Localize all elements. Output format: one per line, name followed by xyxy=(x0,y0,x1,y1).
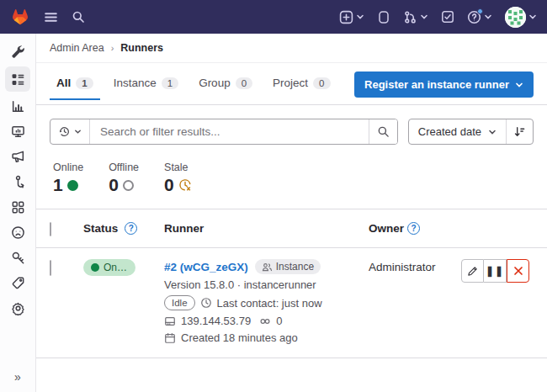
online-count: 1 xyxy=(53,175,63,195)
instance-type-badge: Instance xyxy=(255,259,321,274)
sidebar-item-analytics[interactable] xyxy=(5,96,30,117)
chevron-down-icon xyxy=(420,13,428,21)
stale-count: 0 xyxy=(164,175,174,195)
sidebar-item-system-hooks[interactable] xyxy=(5,172,30,193)
breadcrumb-separator: › xyxy=(111,43,114,53)
tab-project[interactable]: Project 0 xyxy=(266,72,337,99)
runner-stats: Online 1 Offline 0 Stale 0 xyxy=(36,146,547,209)
created-text: Created 18 minutes ago xyxy=(181,331,298,344)
sort-by-dropdown[interactable]: Created date xyxy=(409,119,506,144)
todos-icon[interactable] xyxy=(441,10,454,24)
sort-descending-icon xyxy=(513,125,526,138)
hamburger-menu-icon[interactable] xyxy=(44,10,58,24)
history-icon xyxy=(58,125,71,138)
pause-runner-button[interactable]: ❚❚ xyxy=(484,259,507,283)
online-dot-icon xyxy=(91,263,99,272)
sidebar-item-applications[interactable] xyxy=(5,197,30,218)
linked-jobs-count: 0 xyxy=(276,315,282,327)
sidebar-item-monitoring[interactable] xyxy=(5,121,30,142)
search-input[interactable] xyxy=(90,125,369,138)
search-icon[interactable] xyxy=(72,10,85,24)
sidebar-item-messages[interactable] xyxy=(5,146,30,167)
runners-table-header: Status ? Runner Owner ? xyxy=(36,209,547,248)
owner-name: Administrator xyxy=(369,259,461,273)
top-navbar xyxy=(0,0,547,34)
delete-runner-button[interactable] xyxy=(507,259,529,283)
filtered-search xyxy=(50,119,398,145)
register-instance-runner-button[interactable]: Register an instance runner xyxy=(354,72,534,98)
apps-grid-icon xyxy=(11,200,25,215)
chevron-down-icon xyxy=(484,13,492,21)
key-icon xyxy=(11,251,25,265)
sad-face-icon xyxy=(11,225,25,240)
online-status-icon xyxy=(67,180,78,191)
issues-icon[interactable] xyxy=(377,10,390,24)
chevron-down-icon xyxy=(528,13,537,21)
megaphone-icon xyxy=(11,150,25,164)
pause-icon: ❚❚ xyxy=(486,265,504,277)
pencil-icon xyxy=(467,266,478,277)
close-icon xyxy=(513,266,523,276)
stat-online: Online 1 xyxy=(53,162,83,195)
users-icon xyxy=(262,262,273,273)
search-submit-button[interactable] xyxy=(369,119,397,144)
runner-tabs-row: All 1 Instance 1 Group 0 Project 0 xyxy=(36,63,547,105)
sidebar-item-abuse-reports[interactable] xyxy=(5,222,30,243)
admin-sidebar: » xyxy=(0,34,36,392)
last-contact-text: Last contact: just now xyxy=(217,297,322,310)
merge-requests-button[interactable] xyxy=(403,10,428,24)
link-icon xyxy=(259,315,271,327)
sort-control: Created date xyxy=(408,119,534,145)
user-menu-button[interactable] xyxy=(505,7,537,28)
sidebar-collapse-icon[interactable]: » xyxy=(0,370,35,384)
row-checkbox[interactable] xyxy=(50,260,51,276)
tab-group-count: 0 xyxy=(236,77,252,89)
search-icon xyxy=(377,125,390,138)
status-help-icon[interactable]: ? xyxy=(125,222,137,235)
tab-instance-count: 1 xyxy=(162,77,178,89)
breadcrumb-runners[interactable]: Runners xyxy=(120,42,163,54)
hook-icon xyxy=(11,175,25,189)
clock-icon xyxy=(200,297,212,309)
chart-icon xyxy=(11,99,25,114)
runner-version: Version 15.8.0 · instancerunner xyxy=(164,278,369,291)
sidebar-item-runners[interactable] xyxy=(5,66,30,92)
list-icon xyxy=(11,72,25,87)
owner-help-icon[interactable]: ? xyxy=(407,222,420,235)
sort-direction-button[interactable] xyxy=(506,119,533,144)
gear-icon xyxy=(11,301,25,315)
label-tag-icon xyxy=(11,276,25,290)
stat-offline: Offline 0 xyxy=(109,162,139,195)
breadcrumb: Admin Area › Runners xyxy=(36,34,547,63)
sidebar-item-labels[interactable] xyxy=(5,273,30,294)
tab-all[interactable]: All 1 xyxy=(50,72,100,99)
help-menu-button[interactable] xyxy=(467,10,492,24)
owner-column-header: Owner xyxy=(369,222,404,235)
monitor-icon xyxy=(11,124,25,139)
chevron-down-icon xyxy=(356,13,364,21)
runner-link[interactable]: #2 (wCG_zeGX) xyxy=(164,261,248,273)
notification-dot xyxy=(477,8,483,14)
select-all-checkbox[interactable] xyxy=(50,222,51,236)
sidebar-item-settings[interactable] xyxy=(5,298,30,319)
sidebar-item-overview[interactable] xyxy=(5,41,30,62)
offline-count: 0 xyxy=(109,175,119,195)
new-menu-button[interactable] xyxy=(339,10,364,24)
tab-instance[interactable]: Instance 1 xyxy=(107,72,185,99)
main-content: Admin Area › Runners All 1 Instance 1 xyxy=(36,34,547,392)
tab-project-count: 0 xyxy=(313,77,330,89)
sidebar-item-deploy-keys[interactable] xyxy=(5,247,30,268)
idle-badge: Idle xyxy=(164,295,195,310)
chevron-down-icon xyxy=(515,81,523,89)
ip-address-icon xyxy=(164,315,176,327)
edit-runner-button[interactable] xyxy=(461,259,484,283)
ip-address-text: 139.144.53.79 xyxy=(181,315,251,327)
gitlab-logo-icon[interactable] xyxy=(10,8,30,27)
tab-group[interactable]: Group 0 xyxy=(192,72,259,99)
breadcrumb-admin-area[interactable]: Admin Area xyxy=(50,42,104,54)
runner-column-header: Runner xyxy=(164,222,204,235)
chevron-down-icon xyxy=(74,128,82,135)
search-history-dropdown[interactable] xyxy=(50,119,90,144)
runner-row: Onli… #2 (wCG_zeGX) Instance xyxy=(36,248,547,358)
wrench-icon xyxy=(11,45,25,59)
